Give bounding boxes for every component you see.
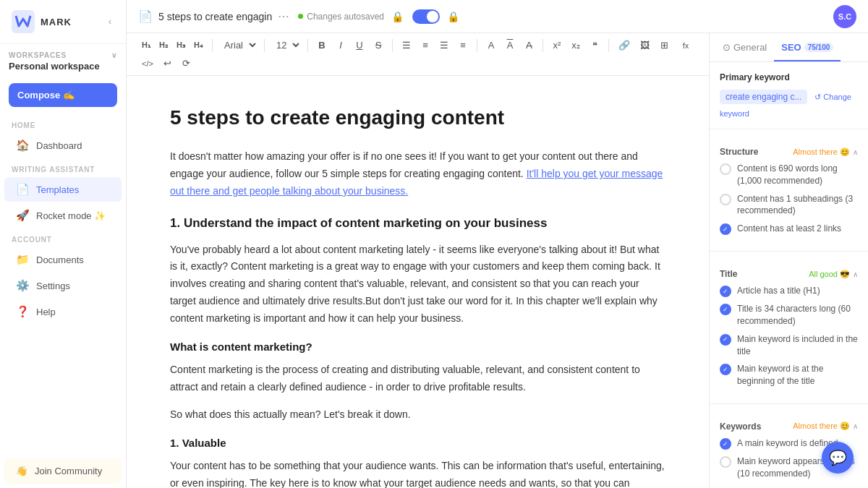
check-circle-3: ✓ [720, 223, 731, 235]
app-logo [12, 10, 35, 33]
h2-button[interactable]: H₂ [156, 38, 171, 52]
h3-button[interactable]: H₃ [173, 38, 189, 52]
toolbar-divider-2 [264, 39, 265, 52]
keyword-area: create engaging c... ↺ Change keyword [720, 90, 858, 119]
structure-status: Almost there 😊 [793, 147, 850, 157]
primary-keyword-label: Primary keyword [720, 72, 858, 82]
title-check-1: ✓ Article has a title (H1) [720, 285, 858, 297]
doc-icon: 📄 [138, 9, 153, 23]
tab-seo[interactable]: SEO 75/100 [774, 33, 841, 61]
formula-button[interactable]: fx [678, 39, 694, 52]
table-button[interactable]: ⊞ [656, 38, 672, 53]
title-check-3: ✓ Main keyword is included in the title [720, 333, 858, 358]
workspace-section-label: WORKSPACES ∨ [9, 51, 117, 59]
h1-button[interactable]: H₁ [138, 38, 154, 52]
keywords-circle-2 [720, 456, 731, 468]
rocket-icon: 🚀 [16, 209, 29, 222]
sidebar-item-label: Settings [36, 281, 70, 291]
sidebar-item-label: Documents [36, 254, 84, 265]
bold-button[interactable]: B [314, 38, 330, 53]
keywords-circle-1: ✓ [720, 438, 731, 450]
right-panel: ⊙ General SEO 75/100 Primary keyword cre… [709, 33, 868, 488]
image-button[interactable]: 🖼 [637, 38, 653, 53]
title-label: Title [720, 269, 737, 279]
primary-keyword-section: Primary keyword create engaging c... ↺ C… [710, 62, 868, 124]
heading-group: H₁ H₂ H₃ H₄ [138, 38, 206, 52]
keywords-label: Keywords [720, 421, 761, 432]
lock-icon: 🔒 [391, 11, 404, 22]
align-center-button[interactable]: ≡ [417, 38, 433, 53]
sidebar-item-templates[interactable]: 📄 Templates [4, 177, 122, 202]
help-icon: ❓ [16, 305, 29, 318]
structure-check-3: ✓ Content has at least 2 links [720, 223, 858, 235]
sidebar-item-rocket[interactable]: 🚀 Rocket mode ✨ [4, 203, 122, 228]
main-area: 📄 5 steps to create engagin ⋯ Changes au… [127, 0, 868, 488]
join-community-label: Join Community [35, 466, 102, 476]
doc-title-button[interactable]: 5 steps to create engagin [158, 11, 272, 22]
highlight-button[interactable]: A [502, 38, 518, 53]
underline-button[interactable]: U [352, 38, 367, 53]
structure-label: Structure [720, 147, 758, 157]
font-size-select[interactable]: 12 [271, 38, 302, 53]
heading-2: What is content marketing? [170, 338, 665, 356]
chat-button[interactable]: 💬 [822, 442, 854, 474]
title-check-2: ✓ Title is 34 characters long (60 recomm… [720, 303, 858, 328]
structure-check-2: Content has 1 subheadings (3 recommended… [720, 193, 858, 218]
templates-icon: 📄 [16, 183, 29, 196]
code-button[interactable]: </> [138, 57, 157, 70]
align-left-button[interactable]: ☰ [399, 38, 414, 53]
divider-1 [710, 129, 868, 129]
toggle-switch[interactable] [412, 9, 440, 24]
structure-chevron-icon[interactable]: ∧ [853, 148, 858, 156]
h4-button[interactable]: H₄ [190, 38, 206, 52]
divider-3 [710, 403, 868, 404]
redo-button[interactable]: ⟳ [179, 56, 195, 71]
compose-button[interactable]: Compose ✍️ [9, 83, 117, 107]
subscript-button[interactable]: x₂ [568, 38, 584, 53]
account-section-label: ACCOUNT [0, 228, 126, 247]
article-body[interactable]: It doesn't matter how amazing your offer… [170, 148, 665, 488]
collapse-sidebar-button[interactable]: ‹ [106, 14, 114, 30]
keywords-header: Keywords Almost there 😊 ∧ [720, 421, 858, 432]
sidebar-item-label: Dashboard [36, 140, 82, 151]
paragraph-2: You've probably heard a lot about conten… [170, 241, 665, 328]
logo-area: MARK ‹ [0, 0, 126, 44]
undo-button[interactable]: ↩ [160, 56, 176, 71]
title-chevron-icon[interactable]: ∧ [853, 270, 858, 278]
tab-general[interactable]: ⊙ General [715, 33, 774, 61]
italic-button[interactable]: I [333, 38, 349, 53]
paragraph-3: Content marketing is the process of crea… [170, 361, 665, 396]
autosave-text: Changes autosaved [307, 12, 384, 22]
chat-icon: 💬 [829, 449, 847, 466]
user-avatar[interactable]: S.C [833, 5, 856, 28]
keywords-chevron-icon[interactable]: ∧ [853, 422, 858, 430]
title-section: Title All good 😎 ∧ ✓ Article has a title… [710, 259, 868, 399]
quote-button[interactable]: ❝ [587, 38, 603, 53]
sidebar-item-settings[interactable]: ⚙️ Settings [4, 273, 122, 298]
heading-1: 1. Understand the impact of content mark… [170, 213, 665, 234]
clear-format-button[interactable]: A̶ [521, 38, 537, 53]
keyword-value: create engaging c... [720, 90, 807, 104]
check-circle-1 [720, 163, 731, 175]
font-family-select[interactable]: Arial [218, 38, 258, 53]
workspace-chevron-icon[interactable]: ∨ [111, 51, 117, 59]
font-color-button[interactable]: A [483, 38, 499, 53]
title-header: Title All good 😎 ∧ [720, 269, 858, 279]
link-button[interactable]: 🔗 [615, 38, 634, 53]
sidebar-item-label: Rocket mode ✨ [36, 210, 106, 221]
svg-rect-0 [12, 10, 35, 33]
sidebar-item-help[interactable]: ❓ Help [4, 299, 122, 324]
paragraph-5: Your content has to be something that yo… [170, 458, 665, 488]
strikethrough-button[interactable]: S [370, 38, 386, 53]
sidebar-item-documents[interactable]: 📁 Documents [4, 247, 122, 272]
sidebar-item-dashboard[interactable]: 🏠 Dashboard [4, 133, 122, 158]
lock-icon-2: 🔒 [447, 11, 459, 22]
editor-content[interactable]: 5 steps to create engaging content It do… [127, 76, 709, 488]
title-check-4: ✓ Main keyword is at the beginning of th… [720, 363, 858, 388]
seo-score-badge: 75/100 [804, 43, 834, 52]
superscript-button[interactable]: x² [549, 38, 565, 53]
more-options-button[interactable]: ⋯ [278, 9, 289, 23]
align-justify-button[interactable]: ≡ [455, 38, 471, 53]
join-community-button[interactable]: 👋 Join Community [4, 458, 122, 484]
align-right-button[interactable]: ☰ [436, 38, 452, 53]
